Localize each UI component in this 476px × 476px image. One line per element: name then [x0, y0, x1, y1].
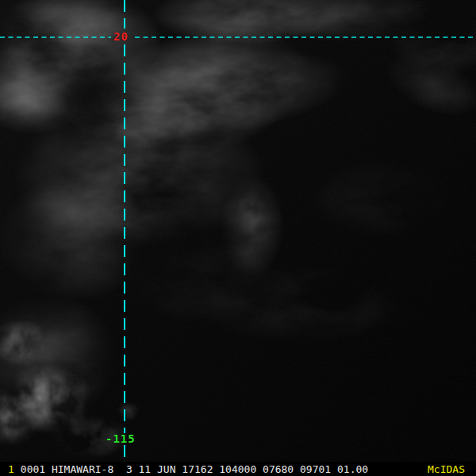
mcidas-brand-label: McIDAS [428, 463, 465, 475]
mcidas-window: 20 -115 1 0001 HIMAWARI-8 3 11 JUN 17162… [0, 0, 476, 476]
status-bar: 1 0001 HIMAWARI-8 3 11 JUN 17162 104000 … [0, 462, 476, 476]
frame-number: 1 [8, 463, 14, 475]
status-bar-left: 1 0001 HIMAWARI-8 3 11 JUN 17162 104000 … [8, 463, 368, 475]
latitude-value-label: 20 [113, 32, 129, 42]
satellite-image-canvas[interactable] [0, 0, 476, 462]
image-info-text: 0001 HIMAWARI-8 3 11 JUN 17162 104000 07… [21, 463, 368, 475]
longitude-value-label: -115 [106, 434, 136, 444]
image-noise-grain [0, 0, 476, 462]
